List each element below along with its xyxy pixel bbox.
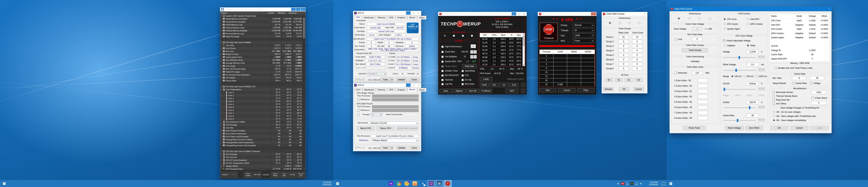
profile-3-radio[interactable] [462, 35, 464, 37]
profile-1-radio[interactable] [678, 17, 680, 20]
ring-down-bin-checkbox[interactable] [773, 99, 775, 101]
sensor-row[interactable]: System Agent Clock 1,001.5 MHz 1,001.5 M… [220, 55, 303, 59]
size-select[interactable]: 120M [573, 33, 594, 38]
validate-button[interactable]: Validate [396, 78, 407, 82]
taskbar-app-button[interactable] [435, 180, 443, 187]
expander-icon[interactable] [220, 77, 223, 79]
cache-ratio-slider[interactable] [723, 120, 756, 121]
c1e-checkbox[interactable] [462, 74, 464, 77]
ratio-limit-field[interactable]: 0 [619, 53, 629, 57]
ratio-limit-field[interactable]: 0 [619, 49, 629, 52]
sensor-row[interactable]: Core Usage 1.1 % 0.0 % 100.0 % [220, 65, 303, 67]
cpu-core-radio[interactable] [723, 18, 726, 20]
profile-3-radio[interactable] [628, 22, 630, 24]
expander-icon[interactable] [220, 150, 223, 152]
bench-cpu-button[interactable]: Bench CPU [357, 126, 375, 130]
sensor-row[interactable]: Virtual Memory Committed 4,442 MB 4,332 … [220, 17, 303, 20]
no-save-radio[interactable] [773, 111, 775, 113]
start-button[interactable]: Start [539, 88, 556, 92]
taskbar-app-button[interactable] [411, 180, 419, 187]
log-file-checkbox[interactable] [441, 83, 443, 85]
tpl-button[interactable]: TPL [490, 83, 499, 87]
tab[interactable]: Bench [408, 87, 417, 92]
taskbar-app-button[interactable]: O [419, 180, 427, 187]
cancel-button[interactable]: Cancel [790, 126, 808, 130]
close-button[interactable]: × [416, 83, 421, 87]
sensor-row[interactable]: Core Thermal Throttling No No No [220, 129, 303, 132]
sensor-row[interactable]: Core Clocks 5,107.4 MHz 5,107.4 MHz 5,11… [220, 47, 303, 50]
clock-mod-checkbox[interactable] [441, 51, 443, 53]
cores-active-field[interactable] [698, 116, 708, 120]
sensor-row[interactable]: Core 3 30 °C 30 °C 81 °C [220, 100, 303, 103]
range-180-radio[interactable] [731, 94, 734, 97]
voltage-spinner[interactable]: ◄► [758, 55, 765, 59]
options-button[interactable]: Options [453, 89, 465, 93]
turbo-groups-button[interactable]: Turbo Groups [682, 48, 708, 52]
sensor-row[interactable]: CPU [#0]: Intel Core i9-10900K: Enhanced [220, 150, 303, 153]
tab[interactable]: CPU [354, 15, 362, 20]
core-count-field[interactable]: 0 [632, 67, 642, 71]
speed-shift-checkbox[interactable] [441, 61, 443, 63]
expander-icon[interactable] [220, 44, 223, 46]
profile-1-radio[interactable] [444, 35, 446, 37]
tray-icon[interactable] [639, 182, 642, 185]
close-button[interactable]: × [591, 12, 596, 15]
cores-active-field[interactable] [698, 111, 708, 115]
start-button[interactable] [666, 180, 675, 187]
sleep-cache-ratio-checkbox[interactable] [792, 82, 794, 84]
threads-checkbox[interactable] [358, 113, 360, 116]
start-button[interactable] [333, 180, 342, 187]
submit-compare-button[interactable]: Submit and Compare [396, 126, 418, 130]
threads-select[interactable]: 20 [573, 28, 594, 32]
non-turbo-ratio-field[interactable]: 0 [692, 37, 702, 41]
lock-checkbox[interactable] [674, 38, 677, 40]
tray-icon[interactable]: 64 [621, 182, 624, 185]
intel-gpu-radio[interactable] [747, 18, 749, 20]
sensor-row[interactable]: Core 1 31 °C 31 °C 76 °C [220, 94, 303, 97]
core-count-field[interactable]: 0 [632, 53, 642, 57]
minimize-button[interactable]: – [406, 83, 410, 87]
ok-button[interactable]: OK [770, 126, 788, 130]
sensor-row[interactable]: CPU [#0]: Intel Core i9-10900K [220, 41, 303, 44]
range-125-radio[interactable] [731, 75, 734, 77]
profile-2-radio[interactable] [688, 17, 690, 20]
all-core-ratio-button[interactable]: 50 [605, 78, 613, 82]
cores-active-field[interactable] [698, 79, 708, 82]
sensor-row[interactable]: Physical Memory Load 12.2 % 11.8 % 27.5 … [220, 32, 303, 35]
start-button[interactable] [0, 180, 8, 187]
iccmax-spinner[interactable]: ◄► [758, 106, 765, 109]
stop-sign-icon[interactable]: STOP [544, 25, 554, 34]
core-table-scrollbar[interactable]: ▲▼ [523, 33, 525, 66]
sensor-row[interactable]: Core Distance to TjMAX 68 °C 13 °C 70 °C [220, 120, 303, 123]
save-on-exit-radio[interactable] [773, 115, 775, 117]
vccin-field[interactable]: Default [746, 82, 758, 85]
taskbar-app-button[interactable]: X1 [387, 180, 395, 187]
maximize-button[interactable]: □ [296, 8, 301, 11]
set-multiplier-spinner[interactable]: ◄► [470, 55, 477, 59]
threads-select[interactable]: 20 [371, 113, 382, 116]
close-button[interactable]: × [522, 12, 527, 16]
profile-3-radio[interactable] [699, 17, 701, 20]
tab[interactable]: Mainboard [362, 88, 376, 91]
taskbar-app-button[interactable] [403, 180, 411, 187]
close-button[interactable]: × [826, 7, 832, 11]
vccin-slider[interactable] [723, 89, 756, 90]
avx-offset-field[interactable]: 0 [811, 101, 826, 105]
driver-update-button[interactable]: Driver Update [244, 172, 253, 178]
igpu-unslice-radio[interactable] [747, 23, 749, 25]
collapse-button[interactable]: - [521, 83, 525, 87]
stress-cpu-button[interactable]: Stress CPU [376, 126, 395, 130]
profile-4-radio[interactable] [638, 22, 640, 24]
cores-active-field[interactable] [698, 100, 708, 104]
limits-button[interactable]: Limits [480, 77, 492, 81]
avx-offset-checkbox[interactable] [773, 103, 775, 105]
reference-select[interactable]: <Please Select> [371, 139, 418, 142]
tab[interactable]: Graphics [396, 16, 407, 20]
tools-dropdown-icon[interactable]: ▾ [390, 146, 394, 150]
microcode-checkbox[interactable] [773, 91, 775, 93]
cores-active-field[interactable] [698, 89, 708, 93]
expander-icon[interactable] [220, 15, 223, 17]
sensor-row[interactable]: Package/Ring Thermal Throttling No No No [220, 138, 303, 141]
multi-reference-checkbox[interactable] [358, 109, 360, 111]
shrink-button[interactable]: Shrink [229, 172, 238, 178]
